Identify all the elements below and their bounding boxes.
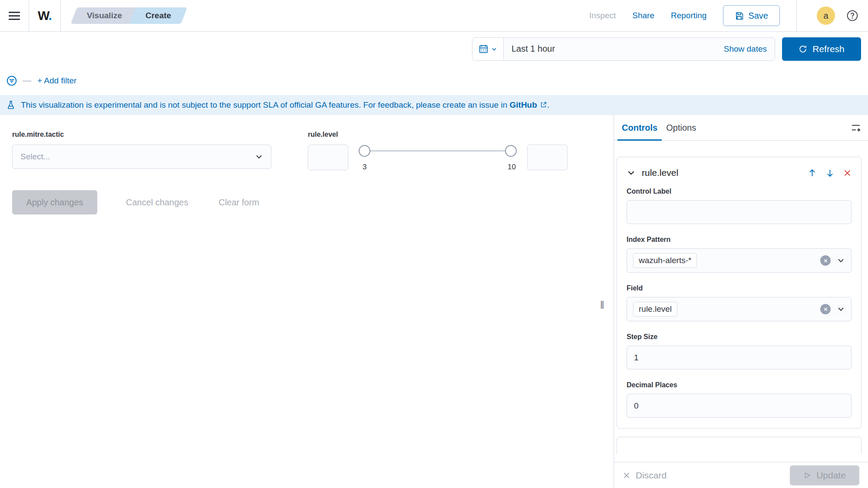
- step-size-label: Step Size: [627, 333, 851, 341]
- tactic-control-label: rule.mitre.tactic: [12, 131, 271, 138]
- decimal-places-input[interactable]: [627, 394, 851, 418]
- menu-right-icon: [851, 122, 861, 133]
- tactic-select-placeholder: Select...: [20, 152, 255, 162]
- panel-footer: Discard Update: [614, 462, 868, 488]
- refresh-icon: [799, 45, 807, 53]
- control-actions: [808, 168, 851, 178]
- tactic-select[interactable]: Select...: [12, 145, 271, 169]
- level-control-group: rule.level 3 10: [308, 131, 568, 170]
- breadcrumb-visualize[interactable]: Visualize: [71, 7, 139, 24]
- banner-text: This visualization is experimental and i…: [21, 100, 549, 110]
- tab-controls[interactable]: Controls: [617, 115, 662, 140]
- step-size-input[interactable]: [627, 346, 851, 369]
- share-button[interactable]: Share: [632, 11, 654, 20]
- apply-changes-button[interactable]: Apply changes: [12, 190, 97, 214]
- github-link[interactable]: GitHub: [510, 100, 537, 109]
- experimental-banner: This visualization is experimental and i…: [0, 95, 868, 115]
- filter-icon: [6, 75, 17, 86]
- level-min-input[interactable]: [308, 145, 348, 170]
- slider-min-tick: 3: [363, 163, 366, 171]
- tactic-control-group: rule.mitre.tactic Select...: [12, 131, 271, 170]
- app-window: W. Visualize Create Inspect Share Report…: [0, 0, 868, 488]
- clear-index-pattern-button[interactable]: [820, 255, 831, 266]
- decimal-places-label: Decimal Places: [627, 381, 851, 389]
- control-title: rule.level: [642, 168, 678, 178]
- top-nav: Inspect Share Reporting Save: [589, 0, 797, 32]
- play-icon: [803, 472, 811, 479]
- chevron-down-icon: [491, 46, 497, 52]
- date-picker: Last 1 hour Show dates: [472, 37, 775, 61]
- slider-track[interactable]: [364, 150, 511, 152]
- add-filter-button[interactable]: + Add filter: [37, 76, 76, 86]
- chevron-down-icon: [255, 153, 263, 161]
- clear-form-button[interactable]: Clear form: [218, 198, 259, 208]
- filter-menu-button[interactable]: [6, 75, 17, 86]
- control-editor-header: rule.level: [627, 168, 851, 178]
- tab-options[interactable]: Options: [662, 115, 700, 140]
- arrow-up-icon: [808, 168, 817, 178]
- panel-tabs: Controls Options: [614, 115, 868, 141]
- chevron-down-icon: [837, 305, 845, 313]
- hamburger-icon: [9, 12, 20, 20]
- time-range-value[interactable]: Last 1 hour: [504, 44, 555, 54]
- calendar-icon: [479, 44, 488, 54]
- field-dropdown-button[interactable]: [837, 305, 845, 313]
- close-icon: [823, 307, 828, 312]
- control-editor-card: rule.level: [617, 157, 861, 429]
- remove-control-button[interactable]: [843, 169, 851, 177]
- control-label-input[interactable]: [627, 200, 851, 224]
- index-pattern-label: Index Pattern: [627, 236, 851, 244]
- save-icon: [735, 11, 744, 20]
- slider-max-tick: 10: [508, 163, 516, 171]
- index-pattern-dropdown-button[interactable]: [837, 257, 845, 265]
- discard-button[interactable]: Discard: [623, 470, 667, 481]
- quick-select-button[interactable]: [472, 38, 504, 60]
- refresh-button[interactable]: Refresh: [782, 37, 861, 61]
- reporting-button[interactable]: Reporting: [671, 11, 706, 20]
- editor-side-panel: Controls Options: [614, 115, 868, 488]
- content-area: rule.mitre.tactic Select... rule.level: [0, 115, 868, 488]
- move-control-up-button[interactable]: [808, 168, 817, 178]
- field-label: Field: [627, 284, 851, 292]
- field-combobox[interactable]: rule.level: [627, 297, 851, 321]
- preview-actions: Apply changes Cancel changes Clear form: [12, 190, 614, 214]
- close-icon: [623, 472, 630, 479]
- beaker-icon: [6, 100, 16, 110]
- time-picker-row: Last 1 hour Show dates Refresh: [0, 32, 868, 66]
- index-pattern-combobox[interactable]: wazuh-alerts-*: [627, 248, 851, 273]
- panel-resizer-handle[interactable]: ‖: [600, 300, 604, 311]
- panel-body: rule.level: [614, 141, 868, 462]
- collapse-control-button[interactable]: [627, 168, 636, 178]
- arrow-down-icon: [825, 168, 835, 178]
- help-button[interactable]: [846, 10, 858, 22]
- app-logo[interactable]: W.: [29, 9, 60, 23]
- top-bar: W. Visualize Create Inspect Share Report…: [0, 0, 868, 32]
- close-icon: [823, 258, 828, 263]
- close-icon: [843, 169, 851, 177]
- next-control-card-partial: [617, 437, 861, 454]
- update-button[interactable]: Update: [790, 465, 859, 485]
- inspect-button[interactable]: Inspect: [589, 11, 616, 20]
- level-control-label: rule.level: [308, 131, 568, 138]
- menu-button[interactable]: [0, 0, 29, 31]
- collapse-panel-button[interactable]: [851, 122, 861, 133]
- save-button[interactable]: Save: [723, 5, 780, 26]
- level-range-slider: 3 10: [359, 145, 517, 170]
- divider: [60, 0, 61, 32]
- clear-field-button[interactable]: [820, 304, 831, 314]
- level-max-input[interactable]: [527, 145, 568, 170]
- cancel-changes-button[interactable]: Cancel changes: [126, 198, 188, 208]
- external-link-icon: [540, 101, 547, 109]
- slider-handle-max[interactable]: [505, 145, 517, 157]
- chevron-down-icon: [837, 257, 845, 265]
- control-label-label: Control Label: [627, 188, 851, 195]
- index-pattern-selection: wazuh-alerts-*: [633, 253, 697, 268]
- avatar[interactable]: a: [817, 7, 835, 25]
- slider-handle-min[interactable]: [359, 145, 370, 157]
- breadcrumb-create[interactable]: Create: [129, 7, 188, 24]
- chevron-down-icon: [627, 168, 636, 178]
- move-control-down-button[interactable]: [825, 168, 835, 178]
- filter-bar: — + Add filter: [0, 66, 868, 95]
- show-dates-button[interactable]: Show dates: [724, 44, 767, 54]
- breadcrumb: Visualize Create: [74, 7, 184, 24]
